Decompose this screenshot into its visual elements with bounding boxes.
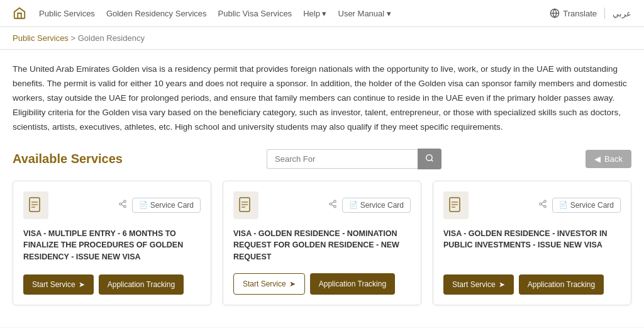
card-3-title: VISA - GOLDEN RESIDENCE - INVESTOR IN PU… — [443, 228, 621, 264]
start-service-btn-1[interactable]: Start Service ➤ — [23, 274, 94, 295]
service-card-btn-3[interactable]: 📄 Service Card — [552, 198, 621, 213]
nav-user-manual[interactable]: User Manual ▾ — [338, 9, 391, 18]
card-2-top: 📄 Service Card — [233, 191, 411, 219]
nav-public-services[interactable]: Public Services — [39, 9, 95, 18]
home-icon — [13, 6, 26, 20]
document-icon-3 — [449, 197, 463, 213]
card-2-doc-icon — [233, 191, 258, 219]
svg-line-30 — [541, 202, 544, 203]
card-1-top: 📄 Service Card — [23, 191, 201, 219]
card-1-top-right: 📄 Service Card — [118, 198, 201, 213]
back-button[interactable]: ◀ Back — [586, 150, 631, 168]
document-icon-2 — [239, 197, 253, 213]
search-icon — [425, 154, 434, 162]
svg-point-10 — [123, 206, 126, 208]
service-card-3: 📄 Service Card VISA - GOLDEN RESIDENCE -… — [433, 181, 631, 305]
card-small-icon-1: 📄 — [139, 201, 148, 209]
svg-line-21 — [331, 202, 334, 203]
nav-golden-residency[interactable]: Golden Residency Services — [106, 9, 207, 18]
svg-point-8 — [123, 200, 126, 203]
svg-line-29 — [541, 205, 544, 206]
svg-line-11 — [121, 205, 124, 206]
services-title: Available Services — [13, 152, 123, 166]
services-header: Available Services ◀ Back — [13, 149, 631, 169]
app-tracking-btn-1[interactable]: Application Tracking — [99, 274, 184, 295]
card-3-top: 📄 Service Card — [443, 191, 621, 219]
service-card-1: 📄 Service Card VISA - MULTIPLE ENTRY - 6… — [13, 181, 211, 305]
card-3-top-right: 📄 Service Card — [538, 198, 621, 213]
svg-point-17 — [333, 200, 336, 203]
share-icon-1[interactable] — [118, 200, 127, 210]
share-icon-2[interactable] — [328, 200, 337, 210]
nav-right: Translate عربي — [550, 8, 631, 19]
translate-icon — [550, 8, 560, 18]
card-2-actions: Start Service ➤ Application Tracking — [233, 273, 411, 295]
svg-line-3 — [431, 159, 433, 161]
svg-point-18 — [329, 203, 331, 205]
svg-point-26 — [543, 200, 546, 203]
card-small-icon-2: 📄 — [349, 201, 358, 209]
navbar: Public Services Golden Residency Service… — [0, 0, 644, 27]
start-service-btn-3[interactable]: Start Service ➤ — [443, 274, 514, 295]
svg-point-28 — [543, 206, 546, 208]
card-1-title: VISA - MULTIPLE ENTRY - 6 MONTHS TO FINA… — [23, 228, 201, 264]
svg-point-19 — [333, 206, 336, 208]
translate-button[interactable]: Translate — [550, 8, 597, 18]
card-small-icon-3: 📄 — [559, 201, 568, 209]
card-2-top-right: 📄 Service Card — [328, 198, 411, 213]
card-3-doc-icon — [443, 191, 469, 219]
page-description: The United Arab Emirates Golden visa is … — [13, 62, 631, 135]
card-3-actions: Start Service ➤ Application Tracking — [443, 274, 621, 295]
svg-point-27 — [539, 203, 541, 205]
service-card-2: 📄 Service Card VISA - GOLDEN RESIDENCE -… — [223, 181, 421, 305]
service-card-btn-1[interactable]: 📄 Service Card — [132, 198, 201, 213]
nav-help[interactable]: Help ▾ — [303, 9, 326, 18]
document-icon — [29, 197, 43, 213]
search-button[interactable] — [418, 149, 441, 169]
arabic-link[interactable]: عربي — [613, 9, 631, 18]
nav-links: Public Services Golden Residency Service… — [39, 9, 537, 18]
search-area — [267, 149, 441, 169]
service-card-btn-2[interactable]: 📄 Service Card — [342, 198, 411, 213]
breadcrumb-separator: > — [71, 33, 78, 43]
nav-public-visa[interactable]: Public Visa Services — [218, 9, 292, 18]
cards-container-wrapper: 📄 Service Card VISA - MULTIPLE ENTRY - 6… — [13, 181, 631, 305]
cards-grid: 📄 Service Card VISA - MULTIPLE ENTRY - 6… — [13, 181, 631, 305]
card-1-actions: Start Service ➤ Application Tracking — [23, 274, 201, 295]
app-tracking-btn-2[interactable]: Application Tracking — [310, 273, 395, 295]
svg-point-2 — [426, 154, 432, 160]
card-1-doc-icon — [23, 191, 48, 219]
start-service-btn-2[interactable]: Start Service ➤ — [233, 273, 305, 295]
svg-point-9 — [119, 203, 121, 205]
app-tracking-btn-3[interactable]: Application Tracking — [519, 274, 604, 295]
main-content: The United Arab Emirates Golden visa is … — [0, 50, 644, 327]
card-2-title: VISA - GOLDEN RESIDENCE - NOMINATION REQ… — [233, 228, 411, 263]
svg-line-20 — [331, 205, 334, 206]
svg-line-12 — [121, 202, 124, 203]
breadcrumb: Public Services > Golden Residency — [0, 27, 644, 50]
breadcrumb-current: Golden Residency — [78, 33, 145, 43]
nav-divider — [604, 8, 605, 19]
brand-logo[interactable] — [13, 6, 26, 20]
search-input[interactable] — [267, 149, 418, 169]
breadcrumb-parent[interactable]: Public Services — [13, 33, 69, 43]
share-icon-3[interactable] — [538, 200, 547, 210]
